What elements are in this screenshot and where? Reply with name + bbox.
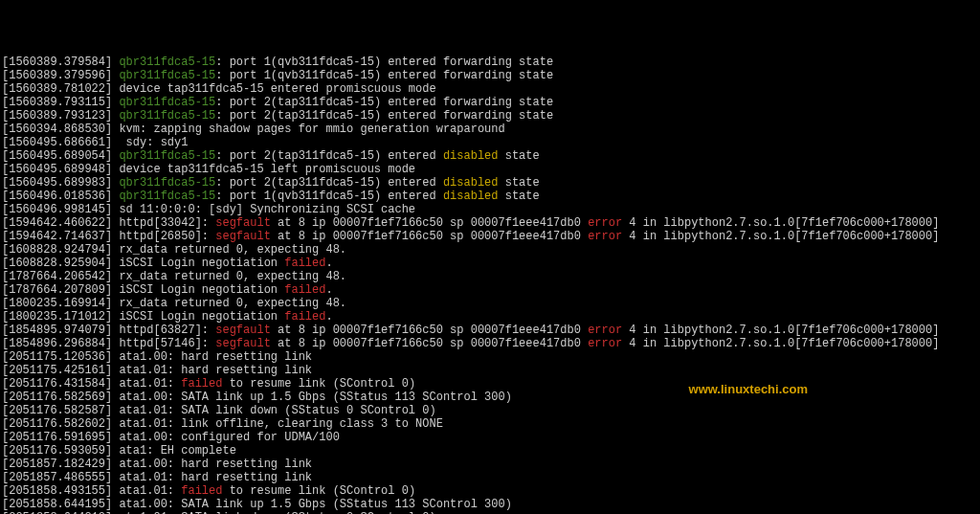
log-timestamp: [2051857.182429] xyxy=(2,458,112,471)
log-line: [2051858.644195] ata1.00: SATA link up 1… xyxy=(2,498,978,511)
log-segment: failed xyxy=(284,310,325,324)
log-segment: kvm: zapping shadow pages for mmio gener… xyxy=(112,123,504,136)
log-timestamp: [1560389.793123] xyxy=(2,109,112,123)
log-line: [2051176.593059] ata1: EH complete xyxy=(2,444,978,458)
log-segment: sd 11:0:0:0: [sdy] Synchronizing SCSI ca… xyxy=(112,203,415,216)
log-timestamp: [1560394.868530] xyxy=(2,123,112,136)
log-segment: : port 2(tap311fdca5-15) entered forward… xyxy=(215,96,553,109)
log-timestamp: [1560496.018536] xyxy=(2,190,112,203)
log-timestamp: [1854896.296884] xyxy=(2,337,112,350)
log-timestamp: [1560496.998145] xyxy=(2,203,112,216)
log-timestamp: [1560389.379584] xyxy=(2,56,112,69)
log-line: [2051857.182429] ata1.00: hard resetting… xyxy=(2,458,978,471)
kernel-log-output: [1560389.379584] qbr311fdca5-15: port 1(… xyxy=(2,56,978,514)
log-segment: error xyxy=(588,230,622,243)
log-segment: : port 2(tap311fdca5-15) entered xyxy=(215,149,443,163)
log-line: [1560389.379596] qbr311fdca5-15: port 1(… xyxy=(2,69,978,82)
log-line: [1594642.460622] httpd[33042]: segfault … xyxy=(2,216,978,230)
log-timestamp: [2051858.644195] xyxy=(2,498,112,511)
log-timestamp: [1560389.781022] xyxy=(2,82,112,96)
log-timestamp: [2051176.593059] xyxy=(2,444,112,458)
log-timestamp: [1560495.689948] xyxy=(2,163,112,176)
log-line: [2051176.582587] ata1.01: SATA link down… xyxy=(2,404,978,417)
log-segment: failed xyxy=(181,377,222,391)
log-segment: . xyxy=(325,283,332,297)
log-timestamp: [1787664.207809] xyxy=(2,283,112,297)
log-segment: httpd[57146]: xyxy=(112,337,215,350)
log-segment: iSCSI Login negotiation xyxy=(112,283,284,297)
log-segment: disabled xyxy=(443,149,499,163)
log-segment: ata1.00: hard resetting link xyxy=(112,350,312,364)
log-segment: iSCSI Login negotiation xyxy=(112,257,284,270)
log-segment: qbr311fdca5-15 xyxy=(112,190,215,203)
log-timestamp: [1560389.379596] xyxy=(2,69,112,82)
log-segment: error xyxy=(588,337,622,350)
log-segment: qbr311fdca5-15 xyxy=(112,96,215,109)
log-segment: failed xyxy=(284,257,325,270)
log-segment: disabled xyxy=(443,176,499,190)
log-line: [1854896.296884] httpd[57146]: segfault … xyxy=(2,337,978,350)
log-line: [1560495.689983] qbr311fdca5-15: port 2(… xyxy=(2,176,978,190)
log-line: [1560389.793115] qbr311fdca5-15: port 2(… xyxy=(2,96,978,109)
log-segment: error xyxy=(588,216,622,230)
log-segment: httpd[26850]: xyxy=(112,230,215,243)
log-segment: ata1.00: hard resetting link xyxy=(112,458,312,471)
log-segment: 4 in libpython2.7.so.1.0[7f1ef706c000+17… xyxy=(622,324,939,337)
log-line: [2051176.591695] ata1.00: configured for… xyxy=(2,431,978,444)
log-segment: sdy: sdy1 xyxy=(112,136,188,149)
log-segment: qbr311fdca5-15 xyxy=(112,56,215,69)
log-segment: : port 2(tap311fdca5-15) entered xyxy=(215,176,443,190)
log-segment: 4 in libpython2.7.so.1.0[7f1ef706c000+17… xyxy=(622,337,939,350)
log-segment: rx_data returned 0, expecting 48. xyxy=(112,243,346,257)
log-line: [1608828.924794] rx_data returned 0, exp… xyxy=(2,243,978,257)
log-segment: device tap311fdca5-15 entered promiscuou… xyxy=(112,82,435,96)
log-timestamp: [1800235.169914] xyxy=(2,297,112,310)
log-segment: ata1.01: xyxy=(112,484,181,498)
log-line: [1787664.207809] iSCSI Login negotiation… xyxy=(2,283,978,297)
log-segment: 4 in libpython2.7.so.1.0[7f1ef706c000+17… xyxy=(622,216,939,230)
log-segment: segfault xyxy=(215,337,271,350)
log-line: [2051857.486555] ata1.01: hard resetting… xyxy=(2,471,978,484)
log-segment: ata1.01: link offline, clearing class 3 … xyxy=(112,417,443,431)
log-line: [1560495.686661] sdy: sdy1 xyxy=(2,136,978,149)
log-segment: ata1.01: SATA link down (SStatus 0 SCont… xyxy=(112,404,435,417)
log-timestamp: [2051176.582587] xyxy=(2,404,112,417)
log-segment: at 8 ip 00007f1ef7166c50 sp 00007f1eee41… xyxy=(271,324,588,337)
log-segment: state xyxy=(499,176,540,190)
log-segment: : port 2(tap311fdca5-15) entered forward… xyxy=(215,109,553,123)
log-line: [2051176.582602] ata1.01: link offline, … xyxy=(2,417,978,431)
log-segment: . xyxy=(325,257,332,270)
log-timestamp: [1560495.689054] xyxy=(2,149,112,163)
log-segment: ata1.01: hard resetting link xyxy=(112,471,312,484)
log-segment: at 8 ip 00007f1ef7166c50 sp 00007f1eee41… xyxy=(271,216,588,230)
log-segment: failed xyxy=(284,283,325,297)
log-segment: : port 1(qvb311fdca5-15) entered forward… xyxy=(215,56,553,69)
log-segment: iSCSI Login negotiation xyxy=(112,310,284,324)
log-segment: state xyxy=(499,190,540,203)
log-segment: rx_data returned 0, expecting 48. xyxy=(112,297,346,310)
log-timestamp: [1560495.689983] xyxy=(2,176,112,190)
log-segment: ata1.00: configured for UDMA/100 xyxy=(112,431,340,444)
watermark-label: www.linuxtechi.com xyxy=(689,383,808,396)
log-timestamp: [2051175.120536] xyxy=(2,350,112,364)
log-segment: segfault xyxy=(215,216,271,230)
log-segment: : port 1(qvb311fdca5-15) entered xyxy=(215,190,443,203)
log-line: [1560496.018536] qbr311fdca5-15: port 1(… xyxy=(2,190,978,203)
log-line: [1594642.714637] httpd[26850]: segfault … xyxy=(2,230,978,243)
log-line: [1560495.689054] qbr311fdca5-15: port 2(… xyxy=(2,149,978,163)
log-timestamp: [2051857.486555] xyxy=(2,471,112,484)
log-line: [2051175.425161] ata1.01: hard resetting… xyxy=(2,364,978,377)
log-segment: device tap311fdca5-15 left promiscuous m… xyxy=(112,163,415,176)
log-segment: : port 1(qvb311fdca5-15) entered forward… xyxy=(215,69,553,82)
log-segment: 4 in libpython2.7.so.1.0[7f1ef706c000+17… xyxy=(622,230,939,243)
log-line: [1800235.169914] rx_data returned 0, exp… xyxy=(2,297,978,310)
log-timestamp: [1594642.460622] xyxy=(2,216,112,230)
log-segment: httpd[63827]: xyxy=(112,324,215,337)
log-timestamp: [2051858.493155] xyxy=(2,484,112,498)
log-timestamp: [1608828.924794] xyxy=(2,243,112,257)
log-line: [1560495.689948] device tap311fdca5-15 l… xyxy=(2,163,978,176)
log-line: [1560394.868530] kvm: zapping shadow pag… xyxy=(2,123,978,136)
log-segment: segfault xyxy=(215,324,271,337)
log-line: [1608828.925904] iSCSI Login negotiation… xyxy=(2,257,978,270)
log-line: [1800235.171012] iSCSI Login negotiation… xyxy=(2,310,978,324)
